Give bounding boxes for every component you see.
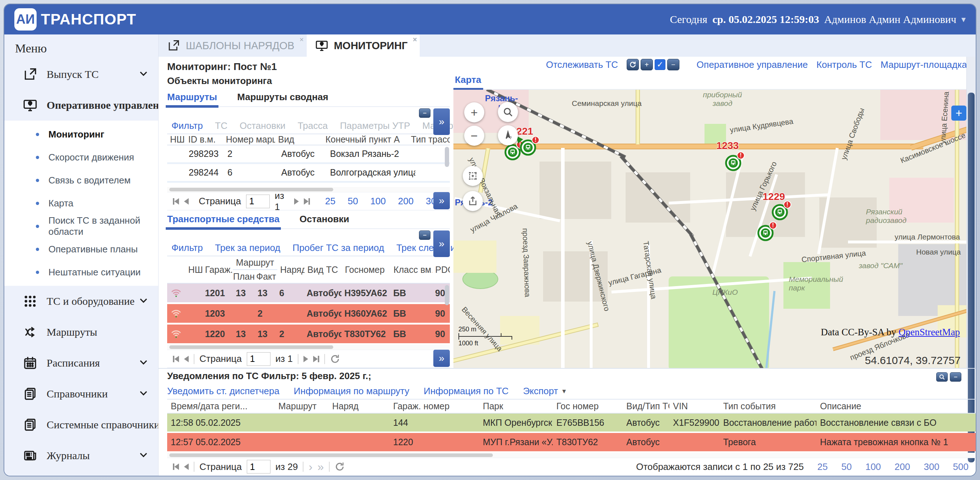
map-share-button[interactable]	[463, 191, 483, 211]
column-header-fact[interactable]: Факт	[255, 270, 277, 282]
route-row[interactable]: 298244 6 Автобус Волгоградская улица	[167, 164, 450, 183]
sidebar-item-operativnye-plany[interactable]: Оперативные планы	[4, 238, 158, 261]
page-size-50[interactable]: 50	[842, 461, 852, 472]
map-add-button[interactable]: +	[951, 105, 966, 121]
user-caret-icon[interactable]: ▾	[961, 14, 966, 24]
refresh-button[interactable]	[627, 59, 639, 70]
column-header[interactable]: Тип трассы	[408, 134, 450, 145]
control-ts-link[interactable]: Контроль ТС	[816, 59, 872, 70]
page-size-25[interactable]: 25	[818, 461, 828, 472]
page-size-300[interactable]: 300	[924, 461, 939, 472]
sidebar-item-neshtatnye[interactable]: Нештатные ситуации	[4, 261, 158, 284]
tab-transportnye-sredstva[interactable]: Транспортные средства	[167, 214, 280, 228]
sidebar-item-karta[interactable]: Карта	[4, 192, 158, 215]
horizontal-scrollbar[interactable]	[167, 344, 450, 350]
page-input[interactable]	[247, 352, 270, 366]
page-size-200[interactable]: 200	[895, 461, 910, 472]
first-page-button[interactable]	[173, 198, 179, 205]
expand-pager-button[interactable]: »	[433, 192, 450, 209]
tab-marshruty[interactable]: Маршруты	[167, 92, 217, 106]
ts-info-link[interactable]: Информация по ТС	[424, 386, 509, 397]
map-canvas[interactable]: приборный завод Семинарская улица Рязань…	[453, 90, 966, 368]
utr-params-link[interactable]: Параметры УТР	[340, 120, 410, 131]
column-header[interactable]: Наряд	[329, 401, 390, 411]
sidebar-item-skorosti[interactable]: Скорости движения	[4, 146, 158, 169]
export-link[interactable]: Экспорт	[523, 386, 558, 397]
route-info-link[interactable]: Информация по маршруту	[294, 386, 409, 397]
mileage-period-link[interactable]: Пробег ТС за период	[292, 242, 384, 254]
notification-row[interactable]: 12:58 05.02.2025 144 МКП Оренбургск... Е…	[167, 414, 976, 432]
sidebar-item-zhurnaly[interactable]: Журналы	[4, 440, 158, 471]
map-zoom-out-button[interactable]: −	[464, 126, 484, 146]
trace-link[interactable]: Трасса	[298, 120, 328, 131]
route-row[interactable]: 298293 2 Автобус Вокзал Рязань-2	[167, 145, 450, 164]
notify-dispatcher-link[interactable]: Уведомить ст. диспетчера	[167, 386, 280, 397]
page-size-200[interactable]: 200	[398, 196, 414, 207]
first-page-button[interactable]	[173, 356, 179, 362]
column-group-marshrut[interactable]: Маршрут План Факт	[233, 256, 277, 283]
column-header[interactable]: Вид	[275, 134, 323, 145]
map-navigate-button[interactable]: ?	[498, 125, 518, 145]
sidebar-item-operativnoe[interactable]: Оперативное управление	[4, 90, 158, 121]
tab-ostanovki[interactable]: Остановки	[299, 214, 349, 228]
vertical-scrollbar[interactable]	[445, 147, 449, 167]
collapse-panel-button[interactable]: −	[950, 372, 961, 382]
column-header[interactable]: Описание	[816, 401, 976, 411]
zoom-out-button[interactable]: −	[667, 59, 679, 70]
map-area-select-button[interactable]	[463, 166, 483, 186]
column-header[interactable]: Гараж. номер	[390, 401, 479, 411]
notification-row[interactable]: 12:57 05.02.2025 1220 МУП г.Рязани «У...…	[167, 433, 976, 451]
collapse-panel-button[interactable]: −	[419, 108, 430, 118]
page-size-500[interactable]: 500	[953, 461, 969, 472]
sidebar-item-spravochniki[interactable]: Справочники	[4, 378, 158, 409]
column-header[interactable]: Госномер	[342, 256, 391, 283]
track-period-link[interactable]: Трек за период	[215, 242, 280, 254]
column-header[interactable]: Время/дата реги...	[167, 401, 275, 411]
stops-link[interactable]: Остановки	[240, 120, 286, 131]
column-header[interactable]: VIN	[669, 401, 719, 411]
horizontal-scrollbar[interactable]	[167, 187, 450, 192]
refresh-icon[interactable]	[335, 462, 345, 472]
next-page-button[interactable]	[304, 356, 308, 362]
bus-marker[interactable]: !	[519, 139, 537, 156]
column-header[interactable]: Гараж. номер...	[202, 256, 233, 283]
page-size-100[interactable]: 100	[370, 196, 386, 207]
column-header[interactable]: Номер марш...	[223, 134, 275, 145]
column-header[interactable]: Маршрут	[275, 401, 329, 411]
zoom-in-button[interactable]: +	[641, 59, 653, 70]
bus-marker[interactable]: !	[725, 155, 742, 172]
page-size-100[interactable]: 100	[865, 461, 881, 472]
export-caret-icon[interactable]: ▾	[562, 387, 566, 395]
search-button[interactable]	[936, 372, 948, 382]
column-header[interactable]: Тип события	[719, 401, 816, 411]
sidebar-item-poisk-ts[interactable]: Поиск ТС в заданной области	[4, 215, 158, 238]
column-header[interactable]: Наряд	[277, 256, 305, 283]
refresh-icon[interactable]	[330, 354, 340, 364]
map-zoom-in-button[interactable]: +	[464, 102, 484, 123]
map-search-button[interactable]	[498, 102, 518, 122]
vehicle-row[interactable]: 1203 2 Автобус Н360УА62 БВ 90	[167, 304, 450, 323]
operational-control-link[interactable]: Оперативное управление	[697, 59, 808, 70]
column-header[interactable]: НШ	[167, 134, 185, 145]
page-input[interactable]	[246, 195, 270, 208]
last-page-button[interactable]	[304, 198, 310, 205]
main-vertical-scrollbar[interactable]	[966, 57, 976, 368]
sidebar-item-raspisaniya[interactable]: Расписания	[4, 348, 158, 378]
page-size-25[interactable]: 25	[325, 196, 336, 207]
user-menu[interactable]: Админов Админ Админович	[824, 13, 956, 26]
column-header[interactable]: PDOP	[432, 256, 450, 283]
sidebar-item-monitoring[interactable]: Мониторинг	[4, 123, 158, 146]
column-header[interactable]: Вид/Тип ТС	[623, 401, 669, 411]
column-header[interactable]: Вид ТС	[305, 256, 342, 283]
bus-marker[interactable]: !	[504, 144, 521, 161]
column-header[interactable]: Конечный пункт А	[323, 134, 408, 145]
filter-link[interactable]: Фильтр	[172, 242, 203, 254]
column-header[interactable]: Класс вм...	[391, 256, 432, 283]
filter-link[interactable]: Фильтр	[172, 120, 203, 131]
vertical-scrollbar[interactable]	[445, 285, 449, 305]
prev-page-button[interactable]	[184, 356, 189, 362]
collapse-panel-button[interactable]: −	[419, 231, 430, 240]
next-page-button[interactable]: ›	[309, 461, 312, 472]
horizontal-scrollbar[interactable]	[167, 453, 976, 458]
close-icon[interactable]: ×	[413, 36, 417, 43]
